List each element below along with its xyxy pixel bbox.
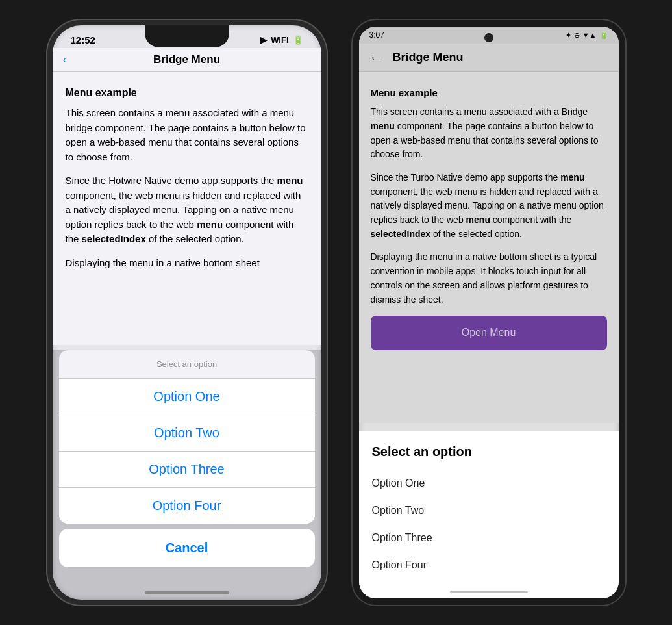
bluetooth-icon: ✦ (566, 31, 571, 40)
ios-home-indicator (145, 591, 229, 594)
ios-cancel-button[interactable]: Cancel (59, 529, 315, 567)
wifi-icon: ▶ (260, 35, 267, 45)
ios-notch (145, 25, 229, 47)
ios-content: Menu example This screen contains a menu… (53, 72, 321, 345)
android-para2: Since the Turbo Native demo app supports… (371, 171, 607, 241)
ios-sheet-main: Select an option Option One Option Two O… (59, 350, 315, 524)
android-camera (484, 33, 493, 42)
android-para1: This screen contains a menu associated w… (371, 105, 607, 162)
ios-page-title: Bridge Menu (153, 53, 220, 66)
android-nav-bar: ← Bridge Menu (359, 44, 619, 72)
ios-sheet-title: Select an option (59, 350, 315, 379)
battery-icon: 🔋 (599, 31, 608, 40)
android-content: Menu example This screen contains a menu… (359, 72, 619, 423)
battery-icon: 🔋 (293, 35, 303, 45)
android-option-4[interactable]: Option Four (372, 552, 606, 579)
android-phone: 3:07 ✦ ⊖ ▼▲ 🔋 ← Bridge Menu Menu example… (353, 20, 625, 605)
ios-nav-bar: ‹ Bridge Menu (53, 48, 321, 72)
ios-para1: This screen contains a menu associated w… (66, 106, 308, 164)
ios-status-icons: ▶ WiFi 🔋 (260, 35, 303, 45)
signal-icon: WiFi (271, 35, 288, 45)
ios-heading: Menu example (66, 85, 308, 101)
android-bottom-sheet: Select an option Option One Option Two O… (359, 431, 619, 598)
android-status-icons: ✦ ⊖ ▼▲ 🔋 (566, 31, 608, 40)
android-status-bar: 3:07 ✦ ⊖ ▼▲ 🔋 (359, 27, 619, 44)
android-heading: Menu example (371, 85, 607, 100)
ios-option-3[interactable]: Option Three (59, 452, 315, 488)
android-option-1[interactable]: Option One (372, 470, 606, 497)
android-back-button[interactable]: ← (369, 50, 382, 65)
android-home-indicator (450, 591, 528, 593)
ios-back-button[interactable]: ‹ (63, 53, 67, 66)
ios-option-1[interactable]: Option One (59, 379, 315, 415)
signal-icon: ▼▲ (582, 31, 597, 39)
ios-para2: Since the Hotwire Native demo app suppor… (66, 173, 308, 247)
android-open-menu-button[interactable]: Open Menu (371, 316, 607, 350)
android-sheet-title: Select an option (372, 444, 606, 459)
android-option-3[interactable]: Option Three (372, 524, 606, 552)
ios-para3: Displaying the menu in a native bottom s… (66, 256, 308, 271)
ios-phone: 12:52 ▶ WiFi 🔋 ‹ Bridge Menu Menu exampl… (47, 20, 327, 605)
ios-option-2[interactable]: Option Two (59, 415, 315, 452)
android-option-2[interactable]: Option Two (372, 497, 606, 524)
android-page-title: Bridge Menu (393, 51, 464, 64)
android-para3: Displaying the menu in a native bottom s… (371, 250, 607, 307)
ios-time: 12:52 (71, 34, 95, 45)
ios-content-inner: Menu example This screen contains a menu… (66, 85, 308, 270)
ios-option-4[interactable]: Option Four (59, 488, 315, 524)
nfc-icon: ⊖ (574, 31, 580, 40)
ios-action-sheet: Select an option Option One Option Two O… (59, 350, 315, 567)
android-time: 3:07 (369, 31, 384, 40)
